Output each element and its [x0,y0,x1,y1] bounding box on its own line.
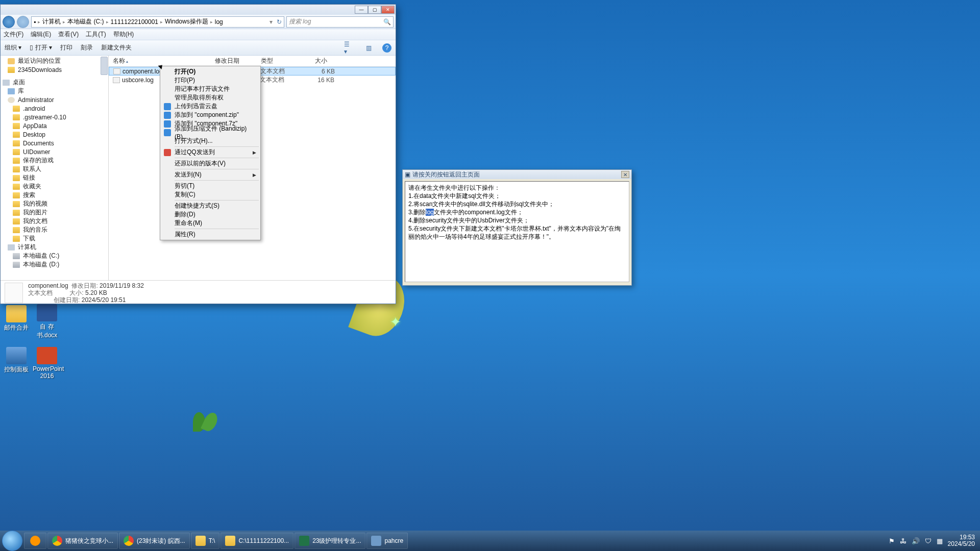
start-button[interactable] [2,531,22,551]
context-menu[interactable]: 打开(O)打印(P)用记事本打开该文件管理员取得所有权上传到迅雷云盘添加到 "c… [160,66,261,240]
context-menu-item[interactable]: 打开(O) [161,67,259,76]
toolbar: 组织 ▾ ▯ 打开 ▾ 打印 刻录 新建文件夹 ☰ ▾ ▥ ? [1,40,396,56]
nav-back-button[interactable] [3,16,15,28]
sidebar-folder[interactable]: 我的图片 [1,208,108,217]
file-thumbnail-icon [5,283,23,303]
context-menu-item[interactable]: 添加到压缩文件 (Bandizip)(B)... [161,128,259,137]
sidebar-folder[interactable]: .android [1,104,108,113]
sidebar-folder[interactable]: AppData [1,121,108,130]
taskbar-explorer-t[interactable]: T:\ [191,533,220,549]
preview-pane-icon[interactable]: ▥ [363,42,374,54]
view-options-icon[interactable]: ☰ ▾ [344,42,355,54]
context-menu-item[interactable]: 添加到 "component.zip" [161,111,259,119]
menu-tools[interactable]: 工具(T) [86,30,106,39]
column-headers[interactable]: 名称▴ 修改日期 类型 大小 [109,56,396,67]
taskbar-chrome-2[interactable]: (23封未读) 皖西... [119,533,190,549]
wallpaper-sparkle: ✦ [390,314,401,330]
explorer-window: — ▢ ✕ ▪ ▸计算机 ▸本地磁盘 (C:) ▸11111222100001 … [0,4,396,304]
details-pane: component.log 修改日期: 2019/11/19 8:32 文本文档… [1,280,396,305]
minimize-button[interactable]: — [355,6,368,14]
sidebar-folder[interactable]: 链接 [1,173,108,182]
menubar[interactable]: 文件(F) 编辑(E) 查看(V) 工具(T) 帮助(H) [1,29,396,40]
context-menu-item[interactable]: 属性(R) [161,230,259,239]
context-menu-item[interactable]: 用记事本打开该文件 [161,85,259,93]
sidebar-folder[interactable]: 我的文档 [1,217,108,226]
maximize-button[interactable]: ▢ [368,6,381,14]
sidebar-folder[interactable]: Desktop [1,130,108,139]
tray-volume-icon[interactable]: 🔊 [912,537,920,545]
nav-forward-button[interactable] [17,16,29,28]
context-menu-item[interactable]: 重命名(M) [161,219,259,228]
tb-newfolder[interactable]: 新建文件夹 [101,43,132,52]
tb-print[interactable]: 打印 [60,43,72,52]
menu-edit[interactable]: 编辑(E) [31,30,51,39]
desktop-icon-controlpanel[interactable]: 控制面板 [2,347,31,374]
instruction-window: ▣请按关闭按钮返回主页面 ✕ 请在考生文件夹中进行以下操作： 1.在data文件… [402,169,632,286]
sidebar-folder[interactable]: 我的视频 [1,199,108,208]
instruction-close-button[interactable]: ✕ [621,171,629,178]
close-button[interactable]: ✕ [381,6,395,14]
breadcrumb[interactable]: ▪ ▸计算机 ▸本地磁盘 (C:) ▸11111222100001 ▸Windo… [31,16,284,28]
system-tray[interactable]: ⚑ 🖧 🔊 🛡 ▦ 19:532024/5/20 [889,534,978,547]
tray-ime-icon[interactable]: ▦ [937,537,943,545]
sidebar-folder[interactable]: Documents [1,139,108,147]
sidebar-folder[interactable]: 保存的游戏 [1,156,108,165]
desktop-icon-mailmerge[interactable]: 邮件合并 [2,305,31,332]
context-menu-item[interactable]: 还原以前的版本(V) [161,159,259,168]
sidebar-folder[interactable]: 收藏夹 [1,182,108,191]
wallpaper-plant [193,412,224,433]
taskbar-app[interactable]: pahcre [366,533,408,549]
menu-view[interactable]: 查看(V) [58,30,79,39]
tb-organize[interactable]: 组织 ▾ [5,43,21,52]
search-icon: 🔍 [383,18,391,26]
help-icon[interactable]: ? [382,43,391,53]
taskbar-explorer-c[interactable]: C:\11111222100... [220,533,293,549]
tb-burn[interactable]: 刻录 [81,43,93,52]
tray-clock[interactable]: 19:532024/5/20 [948,534,975,547]
instruction-text[interactable]: 请在考生文件夹中进行以下操作： 1.在data文件夹中新建sql文件夹； 2.将… [405,181,629,282]
sidebar-folder[interactable]: 搜索 [1,191,108,199]
context-menu-item[interactable]: 打开方式(H)... [161,137,259,145]
tray-shield-icon[interactable]: 🛡 [925,537,932,545]
sidebar-scrollbar[interactable] [101,57,108,75]
context-menu-item[interactable]: 打印(P) [161,76,259,85]
address-bar: ▪ ▸计算机 ▸本地磁盘 (C:) ▸11111222100001 ▸Windo… [1,15,396,29]
taskbar-firefox[interactable] [24,533,46,549]
context-menu-item[interactable]: 通过QQ发送到▶ [161,148,259,157]
sidebar-folder[interactable]: 联系人 [1,165,108,173]
navigation-pane[interactable]: 最近访问的位置 2345Downloads 桌面 库 Administrator… [1,56,109,280]
menu-file[interactable]: 文件(F) [4,30,23,39]
desktop-icon-powerpoint[interactable]: PowerPoint 2016 [33,347,61,380]
titlebar[interactable]: — ▢ ✕ [1,5,396,15]
taskbar[interactable]: 猪猪侠之竞球小... (23封未读) 皖西... T:\ C:\11111222… [0,531,980,551]
context-menu-item[interactable]: 复制(C) [161,190,259,199]
sidebar-folder[interactable]: 下载 [1,234,108,243]
sidebar-folder[interactable]: .gstreamer-0.10 [1,113,108,121]
tray-network-icon[interactable]: 🖧 [900,537,906,545]
sidebar-folder[interactable]: 我的音乐 [1,226,108,234]
sidebar-folder[interactable]: UIDowner [1,147,108,156]
taskbar-excel[interactable]: 23级护理转专业... [295,533,365,549]
instruction-titlebar[interactable]: ▣请按关闭按钮返回主页面 ✕ [403,170,631,179]
context-menu-item[interactable]: 创建快捷方式(S) [161,202,259,210]
context-menu-item[interactable]: 管理员取得所有权 [161,93,259,102]
context-menu-item[interactable]: 剪切(T) [161,182,259,190]
context-menu-item[interactable]: 上传到迅雷云盘 [161,102,259,111]
desktop-icon-docx[interactable]: 自 存 书.docx [33,304,61,340]
context-menu-item[interactable]: 发送到(N)▶ [161,170,259,179]
tray-flag-icon[interactable]: ⚑ [889,537,895,545]
context-menu-item[interactable]: 删除(D) [161,210,259,219]
taskbar-chrome-1[interactable]: 猪猪侠之竞球小... [47,533,118,549]
menu-help[interactable]: 帮助(H) [113,30,134,39]
search-input[interactable]: 搜索 log🔍 [286,16,394,28]
